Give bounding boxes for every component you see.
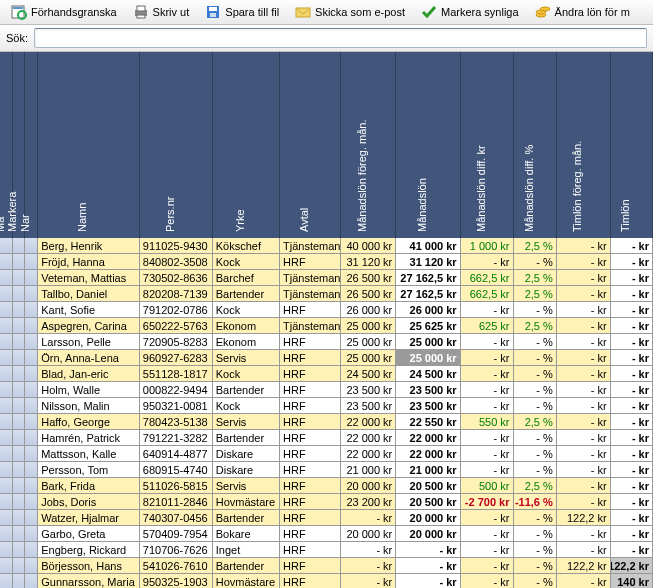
dp-cell: - %: [514, 574, 557, 588]
yrke-cell: Kökschef: [213, 238, 280, 254]
yrke-cell: Diskare: [213, 446, 280, 462]
persnr-cell: 780423-5138: [140, 414, 213, 430]
col-name[interactable]: Namn: [38, 52, 140, 238]
save-button[interactable]: Spara till fil: [198, 1, 286, 23]
mf-cell: 21 000 kr: [341, 462, 396, 478]
tf-cell: - kr: [557, 526, 611, 542]
table-row[interactable]: Fröjd, Hanna840802-3508KockHRF31 120 kr3…: [0, 254, 653, 270]
table-row[interactable]: Gunnarsson, Maria950325-1903HovmästareHR…: [0, 574, 653, 588]
mf-cell: 25 000 kr: [341, 318, 396, 334]
nar-cell: [25, 526, 38, 542]
table-row[interactable]: Holm, Walle000822-9494BartenderHRF23 500…: [0, 382, 653, 398]
nar-cell: [25, 270, 38, 286]
ml-cell: 41 000 kr: [396, 238, 460, 254]
table-row[interactable]: Persson, Tom680915-4740DiskareHRF21 000 …: [0, 462, 653, 478]
search-input[interactable]: [34, 28, 647, 48]
svg-rect-5: [137, 15, 145, 18]
print-button[interactable]: Skriv ut: [126, 1, 197, 23]
nar-cell: [25, 462, 38, 478]
svg-rect-8: [210, 13, 216, 17]
table-row[interactable]: Engberg, Rickard710706-7626IngetHRF- kr-…: [0, 542, 653, 558]
preview-button[interactable]: Förhandsgranska: [4, 1, 124, 23]
nar-cell: [25, 350, 38, 366]
tf-cell: 122,2 kr: [557, 510, 611, 526]
email-button[interactable]: Skicka som e-post: [288, 1, 412, 23]
mf-cell: 24 500 kr: [341, 366, 396, 382]
name-cell: Engberg, Rickard: [38, 542, 140, 558]
rows-container: Berg, Henrik911025-9430KökschefTjänstema…: [0, 238, 653, 588]
dk-cell: - kr: [461, 446, 514, 462]
dk-cell: - kr: [461, 350, 514, 366]
tf-cell: - kr: [557, 286, 611, 302]
col-mark2[interactable]: Markera: [13, 52, 26, 238]
tl-cell: - kr: [611, 414, 653, 430]
tf-cell: - kr: [557, 446, 611, 462]
col-nar[interactable]: Nar: [25, 52, 38, 238]
yrke-cell: Bartender: [213, 510, 280, 526]
table-row[interactable]: Haffo, George780423-5138ServisHRF22 000 …: [0, 414, 653, 430]
table-row[interactable]: Aspegren, Carina650222-5763EkonomTjänste…: [0, 318, 653, 334]
col-avtal[interactable]: Avtal: [280, 52, 342, 238]
dp-cell: - %: [514, 558, 557, 574]
yrke-cell: Hovmästare: [213, 574, 280, 588]
yrke-cell: Servis: [213, 478, 280, 494]
table-row[interactable]: Berg, Henrik911025-9430KökschefTjänstema…: [0, 238, 653, 254]
mark-cell: [0, 542, 13, 558]
ml-cell: 20 000 kr: [396, 526, 460, 542]
table-row[interactable]: Örn, Anna-Lena960927-6283ServisHRF25 000…: [0, 350, 653, 366]
table-row[interactable]: Larsson, Pelle720905-8283EkonomHRF25 000…: [0, 334, 653, 350]
name-cell: Örn, Anna-Lena: [38, 350, 140, 366]
col-mf[interactable]: Månadslön föreg. mån.: [341, 52, 396, 238]
dk-cell: -2 700 kr: [461, 494, 514, 510]
tl-cell: - kr: [611, 286, 653, 302]
col-dk[interactable]: Månadslön diff. kr: [461, 52, 514, 238]
col-tl[interactable]: Timlön: [611, 52, 653, 238]
preview-label: Förhandsgranska: [31, 6, 117, 18]
change-salary-button[interactable]: Ändra lön för m: [528, 1, 637, 23]
mf-cell: 22 000 kr: [341, 446, 396, 462]
table-row[interactable]: Kant, Sofie791202-0786KockHRF26 000 kr26…: [0, 302, 653, 318]
mark-visible-button[interactable]: Markera synliga: [414, 1, 526, 23]
nar-cell: [25, 302, 38, 318]
yrke-cell: Kock: [213, 366, 280, 382]
table-row[interactable]: Tallbo, Daniel820208-7139BartenderTjänst…: [0, 286, 653, 302]
col-persnr[interactable]: Pers.nr: [140, 52, 213, 238]
table-row[interactable]: Garbo, Greta570409-7954BokareHRF20 000 k…: [0, 526, 653, 542]
svg-rect-7: [209, 7, 217, 11]
tf-cell: - kr: [557, 430, 611, 446]
preview-icon: [11, 4, 27, 20]
col-tf[interactable]: Timlön föreg. mån.: [557, 52, 611, 238]
ml-cell: 25 000 kr: [396, 350, 460, 366]
col-dp[interactable]: Månadslön diff. %: [514, 52, 557, 238]
table-row[interactable]: Blad, Jan-eric551128-1817KockHRF24 500 k…: [0, 366, 653, 382]
yrke-cell: Kock: [213, 254, 280, 270]
table-row[interactable]: Börjesson, Hans541026-7610BartenderHRF- …: [0, 558, 653, 574]
table-row[interactable]: Hamrén, Patrick791221-3282BartenderHRF22…: [0, 430, 653, 446]
tf-cell: - kr: [557, 494, 611, 510]
tl-cell: - kr: [611, 254, 653, 270]
yrke-cell: Inget: [213, 542, 280, 558]
table-row[interactable]: Jobs, Doris821011-2846HovmästareHRF23 20…: [0, 494, 653, 510]
table-row[interactable]: Veteman, Mattias730502-8636BarchefTjänst…: [0, 270, 653, 286]
table-row[interactable]: Mattsson, Kalle640914-4877DiskareHRF22 0…: [0, 446, 653, 462]
svg-rect-1: [13, 7, 23, 9]
tl-cell: - kr: [611, 318, 653, 334]
mark-cell: [0, 302, 13, 318]
toolbar: Förhandsgranska Skriv ut Spara till fil …: [0, 0, 653, 25]
avtal-cell: HRF: [280, 510, 341, 526]
mark-cell: [13, 286, 26, 302]
dp-cell: 2,5 %: [514, 270, 557, 286]
col-yrke[interactable]: Yrke: [213, 52, 280, 238]
table-row[interactable]: Nilsson, Malin950321-0081KockHRF23 500 k…: [0, 398, 653, 414]
mark-cell: [0, 510, 13, 526]
save-label: Spara till fil: [225, 6, 279, 18]
nar-cell: [25, 446, 38, 462]
dk-cell: - kr: [461, 510, 514, 526]
col-ml[interactable]: Månadslön: [396, 52, 460, 238]
table-row[interactable]: Bark, Frida511026-5815ServisHRF20 000 kr…: [0, 478, 653, 494]
table-row[interactable]: Watzer, Hjalmar740307-0456BartenderHRF- …: [0, 510, 653, 526]
name-cell: Börjesson, Hans: [38, 558, 140, 574]
dp-cell: 2,5 %: [514, 286, 557, 302]
yrke-cell: Bartender: [213, 558, 280, 574]
persnr-cell: 840802-3508: [140, 254, 213, 270]
